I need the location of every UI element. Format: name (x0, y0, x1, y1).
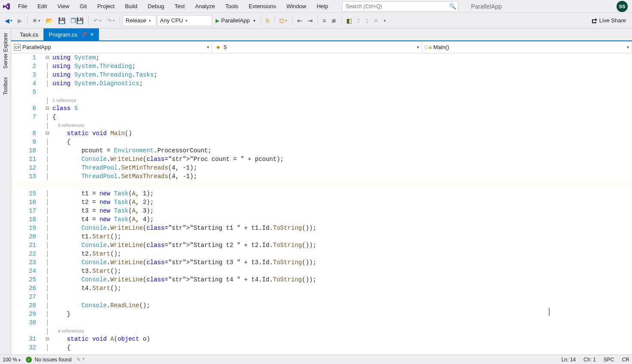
menu-build[interactable]: Build (120, 1, 142, 12)
new-project-button[interactable]: ✳▾ (30, 16, 43, 25)
code-folding-margin[interactable]: ⊟││││⊟││⊟│││││││││││││││││││││││⊟│ (42, 53, 52, 355)
line-number-gutter: 1234567891011121314151617181920212223242… (11, 53, 42, 355)
separator (27, 16, 28, 25)
code-line[interactable]: ThreadPool.SetMinThreads(4, -1); (52, 163, 628, 172)
line-ending[interactable]: CR (622, 357, 629, 363)
code-line[interactable] (52, 88, 628, 96)
csharp-project-icon: C# (14, 44, 21, 51)
class-dropdown[interactable]: ◆ S▾ (212, 41, 422, 53)
codelens-reference[interactable]: 1 reference (52, 96, 628, 104)
close-icon[interactable]: × (90, 31, 94, 37)
pin-icon[interactable]: 📌 (81, 32, 87, 37)
code-line[interactable]: Console.ReadLine(); (52, 301, 628, 310)
code-line[interactable]: { (52, 138, 628, 146)
code-line[interactable]: using System.Diagnostics; (52, 79, 628, 88)
menu-extensions[interactable]: Extensions (244, 1, 281, 12)
member-dropdown[interactable]: ▢🔒 Main()▾ (422, 41, 632, 53)
nav-back-button[interactable]: ◀▾ (3, 16, 15, 25)
server-explorer-pane[interactable]: Server Explorer (2, 28, 9, 73)
menu-file[interactable]: File (13, 1, 32, 12)
separator (261, 16, 261, 25)
code-line[interactable]: t1 = new Task(A, 1); (52, 189, 628, 198)
code-line[interactable]: t4 = new Task(A, 4); (52, 215, 628, 224)
code-line[interactable]: } (52, 310, 628, 318)
menu-debug[interactable]: Debug (142, 1, 169, 12)
outdent-button[interactable]: ⇤ (295, 16, 305, 25)
menu-edit[interactable]: Edit (32, 1, 52, 12)
live-share-button[interactable]: Live Share (587, 15, 629, 26)
zoom-level[interactable]: 100 % ▾ (3, 357, 21, 363)
cursor-char: Ch: 1 (583, 357, 596, 363)
code-line[interactable]: t3 = new Task(A, 3); (52, 207, 628, 215)
code-line[interactable]: Console.WriteLine(class="str">"Starting … (52, 224, 628, 232)
code-line[interactable] (52, 318, 628, 327)
comment-button[interactable]: ≡ (321, 16, 328, 25)
project-dropdown[interactable]: C# ParallelApp▾ (11, 41, 212, 53)
tab-task-cs[interactable]: Task.cs (15, 28, 43, 40)
code-line[interactable]: Console.WriteLine(class="str">"Starting … (52, 275, 628, 284)
code-line[interactable]: pcount = Environment.ProcessorCount; (52, 146, 628, 155)
tab-program-cs[interactable]: Program.cs 📌 × (43, 28, 99, 40)
menu-window[interactable]: Window (281, 1, 311, 12)
code-line[interactable]: { (52, 113, 628, 121)
code-line[interactable]: using System; (52, 53, 628, 62)
config-dropdown[interactable]: Release▾ (123, 15, 156, 26)
user-avatar[interactable]: SS (617, 1, 628, 12)
bookmark-button[interactable]: ◧ (344, 16, 354, 25)
health-indicator[interactable]: ✎▾ (77, 357, 85, 363)
codelens-reference[interactable]: 0 references (52, 121, 628, 129)
menu-test[interactable]: Test (170, 1, 190, 12)
code-line[interactable]: class S (52, 104, 628, 113)
separator (341, 16, 342, 25)
save-all-button[interactable]: ❐💾 (68, 16, 86, 25)
menu-project[interactable]: Project (92, 1, 120, 12)
indent-mode[interactable]: SPC (604, 357, 614, 363)
redo-button[interactable]: ↷▾ (105, 16, 117, 25)
undo-button[interactable]: ↶▾ (91, 16, 104, 25)
code-line[interactable]: t2 = new Task(A, 2); (52, 198, 628, 207)
menu-git[interactable]: Git (74, 1, 92, 12)
code-editor[interactable]: 1234567891011121314151617181920212223242… (11, 53, 632, 355)
menu-analyze[interactable]: Analyze (190, 1, 220, 12)
check-icon: ✓ (26, 357, 32, 363)
nav-forward-button[interactable]: ▶ (15, 16, 25, 25)
uncomment-button[interactable]: ≢ (329, 16, 339, 25)
code-content[interactable]: using System;using System.Threading;usin… (52, 53, 632, 355)
open-file-button[interactable]: 📂 (43, 16, 55, 25)
clear-bookmark-button[interactable]: ✕ (371, 16, 381, 25)
code-line[interactable]: { (52, 343, 628, 352)
menu-help[interactable]: Help (311, 1, 333, 12)
code-line[interactable]: static void A(object o) (52, 335, 628, 343)
step-button[interactable]: ⊡▾ (277, 16, 290, 25)
code-line[interactable]: using System.Threading.Tasks; (52, 71, 628, 79)
code-line[interactable]: t3.Start(); (52, 267, 628, 275)
run-button[interactable]: ▶ParallelApp▾ (213, 16, 258, 25)
code-line[interactable]: t1.Start(); (52, 232, 628, 241)
search-box[interactable]: 🔍 (342, 1, 458, 12)
browse-button[interactable]: ⎘ (264, 16, 271, 25)
platform-dropdown[interactable]: Any CPU▾ (157, 15, 212, 26)
codelens-reference[interactable]: 4 references (52, 327, 628, 335)
code-line[interactable]: t2.Start(); (52, 250, 628, 258)
code-line[interactable]: static void Main() (52, 129, 628, 138)
code-line[interactable]: Console.WriteLine(class="str">"Starting … (52, 241, 628, 250)
code-line[interactable] (52, 293, 628, 301)
menu-tools[interactable]: Tools (220, 1, 244, 12)
code-line[interactable]: t4.Start(); (52, 284, 628, 293)
next-bookmark-button[interactable]: ⤵ (363, 16, 370, 25)
prev-bookmark-button[interactable]: ⤴ (355, 16, 362, 25)
indent-button[interactable]: ⇥ (305, 16, 315, 25)
app-title: ParallelApp (471, 3, 502, 10)
search-input[interactable] (342, 3, 447, 9)
code-line[interactable]: Console.WriteLine(class="str">"Starting … (52, 258, 628, 267)
code-line[interactable]: using System.Threading; (52, 62, 628, 71)
save-button[interactable]: 💾 (56, 16, 68, 25)
separator (88, 16, 89, 25)
menu-view[interactable]: View (52, 1, 74, 12)
code-line[interactable]: ThreadPool.SetMaxThreads(4, -1); (52, 172, 628, 181)
menubar: File Edit View Git Project Build Debug T… (0, 0, 632, 13)
issues-indicator[interactable]: ✓ No issues found (26, 357, 71, 363)
toolbox-pane[interactable]: Toolbox (2, 73, 9, 99)
toolbar-overflow-button[interactable]: ▾ (382, 17, 388, 24)
code-line[interactable]: Console.WriteLine(class="str">"Proc coun… (52, 155, 628, 163)
